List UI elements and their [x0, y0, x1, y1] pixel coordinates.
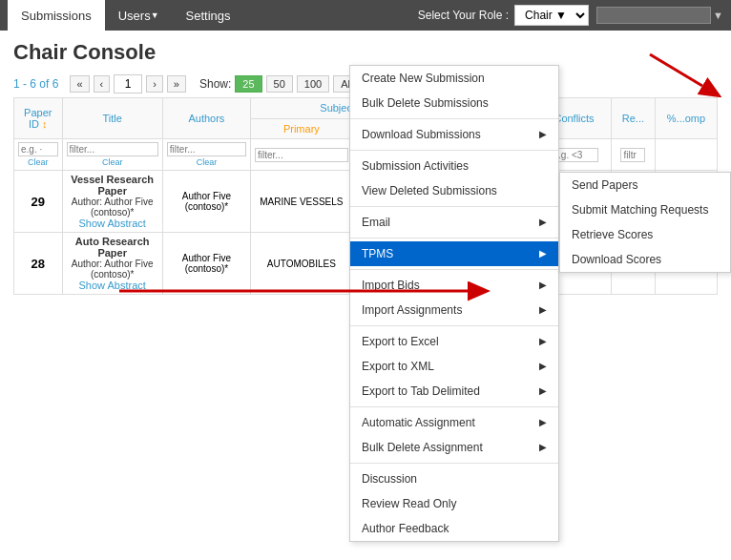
submenu-download-scores[interactable]: Download Scores	[560, 247, 730, 272]
actions-menu: Create New Submission Bulk Delete Submis…	[349, 65, 559, 542]
top-nav: Submissions Users Settings Select Your R…	[0, 0, 731, 31]
show-label: Show:	[199, 77, 231, 91]
cell-paperid: 28	[14, 233, 63, 295]
cell-primary: AUTOMOBILES	[251, 233, 353, 295]
role-label: Select Your Role :	[418, 9, 509, 22]
tpms-submenu: Send Papers Submit Matching Requests Ret…	[559, 172, 731, 273]
menu-author-feedback[interactable]: Author Feedback	[350, 516, 558, 541]
cell-authors: Author Five (contoso)*	[162, 233, 250, 295]
page-title: Chair Console	[13, 40, 718, 65]
next-page-button[interactable]: ›	[146, 75, 163, 93]
menu-create-submission[interactable]: Create New Submission	[350, 66, 558, 91]
divider-8	[350, 463, 558, 464]
filter-authors-input[interactable]	[167, 142, 246, 156]
divider-4	[350, 238, 558, 239]
divider-3	[350, 206, 558, 207]
actions-dropdown: Create New Submission Bulk Delete Submis…	[349, 65, 731, 542]
show-25-button[interactable]: 25	[235, 75, 261, 93]
menu-review-read-only[interactable]: Review Read Only	[350, 491, 558, 516]
cell-authors: Author Five (contoso)*	[162, 171, 250, 233]
menu-export-xml[interactable]: Export to XML	[350, 354, 558, 379]
menu-bulk-delete-submissions[interactable]: Bulk Delete Submissions	[350, 91, 558, 115]
menu-view-deleted[interactable]: View Deleted Submissions	[350, 178, 558, 203]
col-header-paperid: Paper ID ↕	[14, 98, 63, 139]
nav-search-arrow: ▼	[713, 10, 723, 21]
menu-submission-activities[interactable]: Submission Activities	[350, 154, 558, 178]
divider-5	[350, 269, 558, 270]
first-page-button[interactable]: «	[70, 75, 89, 93]
col-header-title: Title	[62, 98, 162, 139]
show-abstract-link-29[interactable]: Show Abstract	[67, 218, 158, 229]
page-number-input[interactable]	[114, 74, 142, 93]
divider-7	[350, 406, 558, 407]
nav-tab-users[interactable]: Users	[105, 0, 173, 31]
filter-primary-input[interactable]	[255, 148, 348, 162]
show-abstract-link-28[interactable]: Show Abstract	[67, 280, 158, 291]
show-50-button[interactable]: 50	[266, 75, 293, 93]
cell-paperid: 29	[14, 171, 63, 233]
submenu-send-papers[interactable]: Send Papers	[560, 173, 730, 197]
cell-primary: MARINE VESSELS	[251, 171, 353, 233]
last-page-button[interactable]: »	[167, 75, 186, 93]
menu-discussion[interactable]: Discussion	[350, 467, 558, 491]
menu-export-tab[interactable]: Export to Tab Delimited	[350, 379, 558, 404]
menu-export-excel[interactable]: Export to Excel	[350, 329, 558, 354]
menu-email[interactable]: Email	[350, 210, 558, 235]
nav-tab-submissions[interactable]: Submissions	[8, 0, 105, 31]
filter-title: Clear	[62, 139, 162, 171]
col-header-authors: Authors	[162, 98, 250, 139]
role-select[interactable]: Chair ▼	[514, 5, 589, 26]
submenu-retrieve-scores[interactable]: Retrieve Scores	[560, 222, 730, 247]
menu-auto-assignment[interactable]: Automatic Assignment	[350, 410, 558, 435]
menu-import-bids[interactable]: Import Bids	[350, 273, 558, 298]
divider-2	[350, 150, 558, 151]
filter-title-input[interactable]	[67, 142, 158, 156]
filter-paperid-input[interactable]	[18, 142, 58, 156]
filter-primary	[251, 139, 353, 171]
filter-paperid: Clear	[14, 139, 63, 171]
menu-tpms[interactable]: TPMS	[350, 241, 558, 266]
cell-title: Vessel Research Paper Author: Author Fiv…	[62, 171, 162, 233]
show-100-button[interactable]: 100	[297, 75, 329, 93]
divider-6	[350, 325, 558, 326]
nav-tab-settings[interactable]: Settings	[173, 0, 244, 31]
menu-bulk-delete-assignment[interactable]: Bulk Delete Assignment	[350, 435, 558, 460]
cell-title: Auto Research Paper Author: Author Five …	[62, 233, 162, 295]
col-header-primary: Primary	[251, 118, 353, 139]
menu-import-assignments[interactable]: Import Assignments	[350, 298, 558, 322]
submenu-submit-matching[interactable]: Submit Matching Requests	[560, 197, 730, 222]
pagination-info: 1 - 6 of 6	[13, 77, 58, 91]
filter-authors: Clear	[162, 139, 250, 171]
prev-page-button[interactable]: ‹	[94, 75, 111, 93]
nav-search-input[interactable]	[596, 7, 711, 24]
menu-download-submissions[interactable]: Download Submissions	[350, 122, 558, 147]
divider-1	[350, 118, 558, 119]
